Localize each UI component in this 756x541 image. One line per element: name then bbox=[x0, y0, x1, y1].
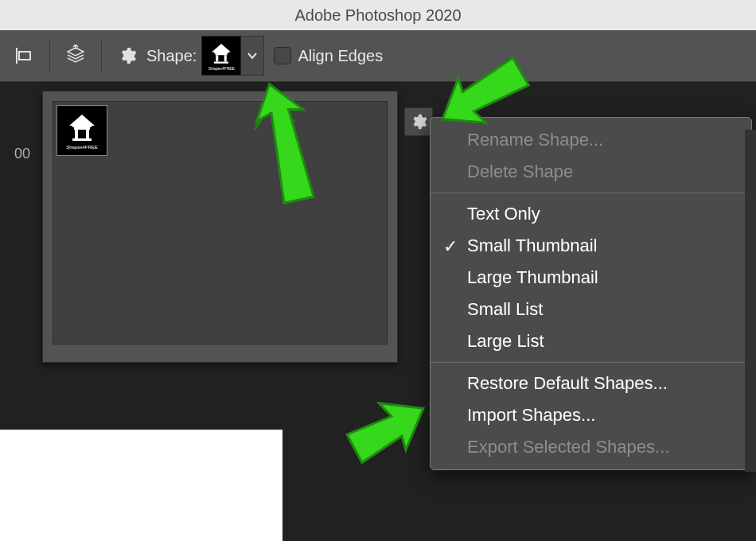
svg-rect-9 bbox=[72, 138, 92, 141]
svg-rect-2 bbox=[216, 53, 228, 55]
ruler-fragment: 00 bbox=[0, 146, 30, 169]
svg-rect-5 bbox=[214, 61, 228, 63]
chevron-down-icon bbox=[247, 50, 258, 61]
window-title-bar: Adobe Photoshop 2020 bbox=[0, 0, 756, 30]
menu-small-list[interactable]: Small List bbox=[431, 294, 751, 325]
divider bbox=[49, 39, 50, 72]
svg-rect-0 bbox=[16, 48, 18, 64]
svg-rect-6 bbox=[74, 127, 90, 130]
gear-icon[interactable] bbox=[116, 45, 138, 67]
svg-rect-7 bbox=[75, 130, 78, 138]
align-edges-checkbox[interactable] bbox=[274, 47, 291, 64]
house-icon bbox=[209, 41, 233, 65]
menu-separator bbox=[431, 193, 751, 193]
svg-rect-3 bbox=[216, 55, 219, 61]
options-bar: Shape: Shapes4FREE Align Edges bbox=[0, 30, 756, 82]
menu-rename-shape: Rename Shape... bbox=[431, 124, 751, 156]
menu-delete-shape: Delete Shape bbox=[431, 156, 751, 188]
align-left-icon[interactable] bbox=[13, 45, 35, 67]
shape-item-label: Shapes4FREE bbox=[66, 145, 98, 150]
document-area: 00 Shapes4FREE Rename Shape... Delete Sh… bbox=[0, 82, 756, 541]
scrollbar[interactable] bbox=[745, 130, 756, 472]
layers-stack-icon[interactable] bbox=[64, 45, 87, 67]
svg-rect-4 bbox=[224, 55, 227, 61]
current-shape-thumbnail[interactable]: Shapes4FREE bbox=[201, 36, 241, 76]
shape-name-label: Shapes4FREE bbox=[208, 66, 235, 71]
menu-small-thumbnail[interactable]: ✓Small Thumbnail bbox=[431, 230, 751, 262]
shape-picker-flyout: Shapes4FREE bbox=[42, 91, 398, 363]
canvas[interactable] bbox=[0, 430, 283, 541]
app-title: Adobe Photoshop 2020 bbox=[294, 6, 461, 25]
divider bbox=[101, 39, 102, 72]
shape-picker-grid[interactable]: Shapes4FREE bbox=[53, 101, 388, 344]
menu-export-selected-shapes: Export Selected Shapes... bbox=[431, 431, 751, 463]
svg-rect-1 bbox=[19, 52, 30, 60]
svg-rect-8 bbox=[86, 130, 89, 138]
menu-large-thumbnail[interactable]: Large Thumbnail bbox=[431, 262, 751, 294]
shape-dropdown-toggle[interactable] bbox=[241, 36, 264, 76]
menu-import-shapes[interactable]: Import Shapes... bbox=[431, 399, 751, 431]
menu-separator bbox=[431, 362, 751, 363]
shape-settings-menu: Rename Shape... Delete Shape Text Only ✓… bbox=[430, 117, 752, 470]
align-edges-label: Align Edges bbox=[298, 47, 383, 65]
gear-icon bbox=[410, 113, 427, 130]
house-icon bbox=[66, 111, 98, 143]
menu-restore-default-shapes[interactable]: Restore Default Shapes... bbox=[431, 368, 751, 399]
svg-marker-12 bbox=[341, 392, 437, 471]
shape-picker-settings-button[interactable] bbox=[404, 107, 433, 136]
shape-label: Shape: bbox=[146, 47, 197, 65]
check-icon: ✓ bbox=[443, 235, 458, 259]
shape-thumbnail-item[interactable]: Shapes4FREE bbox=[57, 105, 107, 156]
menu-text-only[interactable]: Text Only bbox=[431, 198, 751, 230]
menu-large-list[interactable]: Large List bbox=[431, 325, 751, 357]
